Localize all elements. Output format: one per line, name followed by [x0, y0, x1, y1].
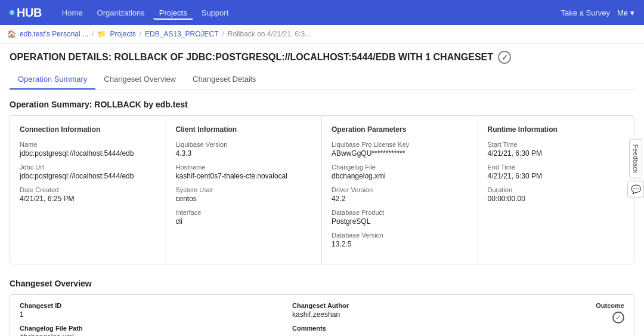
- field-liquibase-version: Liquibase Version 4.3.3: [176, 141, 312, 158]
- take-survey-link[interactable]: Take a Survey: [561, 8, 610, 17]
- changeset-right: Changeset Author kashif.zeeshan Comments: [292, 302, 565, 336]
- home-icon: 🏠: [7, 30, 16, 38]
- field-driver-version: Driver Version 42.2: [332, 186, 468, 203]
- navbar: HUB Home Organizations Projects Support …: [0, 0, 644, 25]
- tab-changeset-overview[interactable]: Changeset Overview: [95, 70, 184, 90]
- field-interface: Interface cli: [176, 209, 312, 226]
- nav-projects[interactable]: Projects: [153, 6, 193, 20]
- field-changelog-path: Changelog File Path dbchangelog.xml: [20, 325, 292, 336]
- field-comments: Comments: [292, 325, 565, 332]
- breadcrumb: 🏠 edb.test's Personal ... / 📁 Projects /…: [0, 25, 644, 44]
- operation-summary-heading: Operation Summary: ROLLBACK by edb.test: [10, 100, 634, 109]
- client-info-title: Client Information: [176, 125, 312, 134]
- field-changelog-file: Changelog File dbchangelog.xml: [332, 164, 468, 180]
- runtime-info-title: Runtime Information: [488, 125, 625, 134]
- field-date-created: Date Created 4/21/21, 6:25 PM: [20, 186, 156, 203]
- page-title: OPERATION DETAILS: ROLLBACK of jdbc:post…: [10, 51, 634, 64]
- field-db-version: Database Version 13.2.5: [332, 232, 468, 248]
- tab-operation-summary[interactable]: Operation Summary: [10, 70, 95, 90]
- changeset-row: Changeset ID 1 Changelog File Path dbcha…: [10, 295, 634, 336]
- field-changeset-author: Changeset Author kashif.zeeshan: [292, 302, 565, 319]
- runtime-info-card: Runtime Information Start Time 4/21/21, …: [478, 116, 634, 264]
- field-duration: Duration 00:00:00.00: [488, 186, 625, 203]
- main-content: OPERATION DETAILS: ROLLBACK of jdbc:post…: [0, 44, 644, 336]
- feedback-icon-button[interactable]: 💬: [627, 181, 644, 198]
- nav-links: Home Organizations Projects Support: [56, 6, 561, 20]
- field-end-time: End Time 4/21/21, 6:30 PM: [488, 164, 625, 180]
- feedback-button[interactable]: Feedback: [629, 138, 642, 178]
- folder-icon: 📁: [97, 30, 106, 38]
- success-icon: ✓: [498, 51, 511, 64]
- operation-params-title: Operation Parameters: [332, 125, 468, 134]
- field-changeset-id: Changeset ID 1: [20, 302, 292, 319]
- field-jdbc-url: Jdbc Url jdbc:postgresql://localhost:544…: [20, 164, 156, 180]
- field-db-product: Database Product PostgreSQL: [332, 209, 468, 226]
- brand-logo[interactable]: HUB: [10, 6, 42, 20]
- connection-info-card: Connection Information Name jdbc:postgre…: [10, 116, 166, 264]
- outcome-col: Outcome ✓: [565, 302, 624, 336]
- connection-info-title: Connection Information: [20, 125, 156, 134]
- breadcrumb-current: Rollback on 4/21/21, 6:3...: [228, 30, 311, 38]
- operation-params-card: Operation Parameters Liquibase Pro Licen…: [322, 116, 478, 264]
- field-hostname: Hostname kashif-cent0s7-thales-cte.noval…: [176, 164, 312, 180]
- changeset-overview: Changeset ID 1 Changelog File Path dbcha…: [10, 294, 634, 336]
- field-start-time: Start Time 4/21/21, 6:30 PM: [488, 141, 625, 158]
- brand-name: HUB: [17, 6, 42, 20]
- outcome-label: Outcome: [596, 302, 624, 309]
- changeset-overview-heading: Changeset Overview: [10, 279, 634, 288]
- field-license-key: Liquibase Pro License Key ABwwGgQU******…: [332, 141, 468, 158]
- nav-support[interactable]: Support: [196, 6, 235, 20]
- outcome-success-icon: ✓: [612, 312, 624, 323]
- nav-organizations[interactable]: Organizations: [91, 6, 151, 20]
- tab-changeset-details[interactable]: Changeset Details: [184, 70, 264, 90]
- me-menu[interactable]: Me ▾: [617, 8, 634, 17]
- nav-right: Take a Survey Me ▾: [561, 8, 634, 17]
- client-info-card: Client Information Liquibase Version 4.3…: [166, 116, 323, 264]
- tabs: Operation Summary Changeset Overview Cha…: [10, 70, 634, 90]
- field-system-user: System User centos: [176, 186, 312, 203]
- changeset-left: Changeset ID 1 Changelog File Path dbcha…: [20, 302, 292, 336]
- nav-home[interactable]: Home: [56, 6, 89, 20]
- info-cards: Connection Information Name jdbc:postgre…: [10, 115, 634, 264]
- field-name: Name jdbc:postgresql://localhost:5444/ed…: [20, 141, 156, 158]
- breadcrumb-projects[interactable]: Projects: [110, 30, 135, 38]
- breadcrumb-project[interactable]: EDB_AS13_PROJECT: [145, 30, 218, 38]
- brand-dot-icon: [10, 10, 14, 15]
- breadcrumb-home[interactable]: edb.test's Personal ...: [20, 30, 88, 38]
- feedback-sidebar: Feedback 💬: [627, 138, 644, 197]
